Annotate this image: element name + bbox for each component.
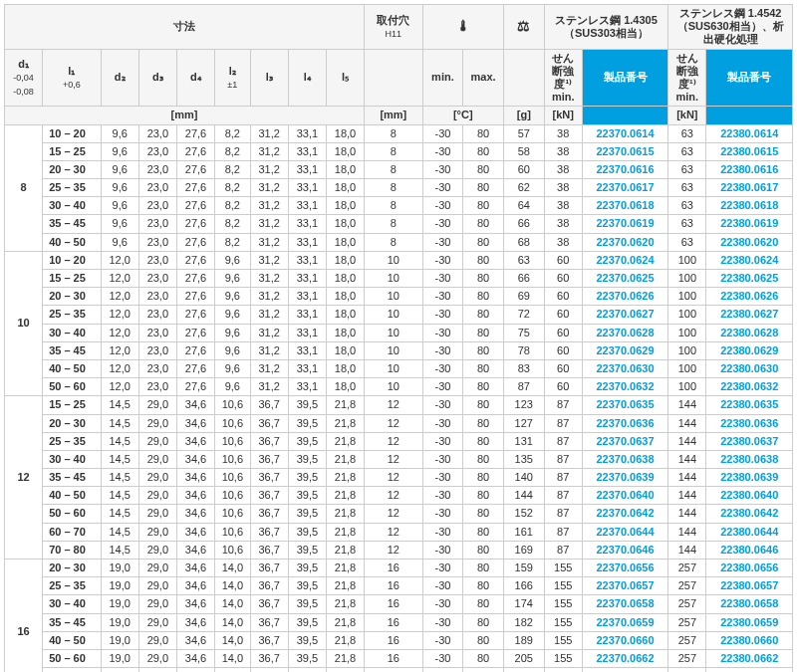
cell-tmax: 80 (463, 505, 504, 523)
cell-p1[interactable]: 22370.0657 (582, 577, 667, 595)
cell-s2: 63 (668, 197, 706, 215)
cell-p1[interactable]: 22370.0619 (582, 215, 667, 233)
cell-l3: 31,2 (250, 233, 288, 251)
cell-d3: 29,0 (138, 523, 176, 541)
col-mm-placeholder (365, 49, 422, 107)
cell-s2: 257 (668, 560, 706, 577)
cell-p1[interactable]: 22370.0626 (582, 288, 667, 306)
cell-d4: 34,6 (176, 631, 214, 649)
cell-p1[interactable]: 22370.0617 (582, 179, 667, 197)
cell-p1[interactable]: 22370.0639 (582, 469, 667, 487)
cell-g: 174 (503, 595, 544, 613)
cell-p2[interactable]: 22380.0662 (706, 649, 793, 667)
cell-p2[interactable]: 22380.0614 (706, 124, 793, 142)
cell-p1[interactable]: 22370.0644 (582, 523, 667, 541)
cell-p2[interactable]: 22380.0644 (706, 523, 793, 541)
cell-p2[interactable]: 22380.0636 (706, 414, 793, 432)
cell-l2: 9,6 (215, 306, 251, 324)
cell-p2[interactable]: 22380.0627 (706, 306, 793, 324)
cell-p1[interactable]: 22370.0662 (582, 649, 667, 667)
cell-p1[interactable]: 22370.0656 (582, 560, 667, 577)
cell-s2: 144 (668, 450, 706, 468)
cell-p2[interactable]: 22380.0618 (706, 197, 793, 215)
cell-p1[interactable]: 22370.0642 (582, 505, 667, 523)
cell-p1[interactable]: 22370.0664 (582, 668, 667, 672)
cell-p1[interactable]: 22370.0625 (582, 270, 667, 288)
cell-p1[interactable]: 22370.0615 (582, 142, 667, 160)
cell-d4: 27,6 (176, 215, 214, 233)
cell-p2[interactable]: 22380.0659 (706, 613, 793, 631)
cell-p2[interactable]: 22380.0626 (706, 288, 793, 306)
cell-p1[interactable]: 22370.0640 (582, 487, 667, 505)
cell-p1[interactable]: 22370.0659 (582, 613, 667, 631)
cell-l1: 40 – 50 (43, 487, 101, 505)
cell-p2[interactable]: 22380.0619 (706, 215, 793, 233)
cell-s1: 87 (544, 505, 582, 523)
cell-p1[interactable]: 22370.0638 (582, 450, 667, 468)
cell-p1[interactable]: 22370.0637 (582, 432, 667, 450)
cell-p2[interactable]: 22380.0615 (706, 142, 793, 160)
cell-l4: 33,1 (288, 142, 326, 160)
cell-p2[interactable]: 22380.0616 (706, 160, 793, 178)
cell-l3: 31,2 (250, 359, 288, 377)
cell-p1[interactable]: 22370.0635 (582, 396, 667, 414)
cell-p2[interactable]: 22380.0660 (706, 631, 793, 649)
cell-d3: 29,0 (138, 649, 176, 667)
cell-p1[interactable]: 22370.0636 (582, 414, 667, 432)
cell-p2[interactable]: 22380.0642 (706, 505, 793, 523)
cell-p1[interactable]: 22370.0632 (582, 378, 667, 396)
cell-d2: 14,5 (101, 396, 138, 414)
cell-l3: 36,7 (250, 541, 288, 559)
cell-l4: 39,5 (288, 577, 326, 595)
cell-l3: 31,2 (250, 142, 288, 160)
cell-p1[interactable]: 22370.0627 (582, 306, 667, 324)
cell-tmax: 80 (463, 649, 504, 667)
cell-p2[interactable]: 22380.0630 (706, 359, 793, 377)
cell-mh: 8 (365, 233, 422, 251)
cell-p2[interactable]: 22380.0628 (706, 324, 793, 341)
cell-p2[interactable]: 22380.0632 (706, 378, 793, 396)
cell-s1: 87 (544, 432, 582, 450)
table-row: 1215 – 2514,529,034,610,636,739,521,812-… (5, 396, 793, 414)
cell-p2[interactable]: 22380.0664 (706, 668, 793, 672)
table-row: 35 – 4519,029,034,614,036,739,521,816-30… (5, 613, 793, 631)
cell-p2[interactable]: 22380.0639 (706, 469, 793, 487)
cell-p2[interactable]: 22380.0658 (706, 595, 793, 613)
table-row: 40 – 5014,529,034,610,636,739,521,812-30… (5, 487, 793, 505)
cell-p1[interactable]: 22370.0646 (582, 541, 667, 559)
cell-l3: 36,7 (250, 414, 288, 432)
cell-p1[interactable]: 22370.0618 (582, 197, 667, 215)
cell-p2[interactable]: 22380.0646 (706, 541, 793, 559)
cell-g: 135 (503, 450, 544, 468)
cell-p1[interactable]: 22370.0616 (582, 160, 667, 178)
cell-p2[interactable]: 22380.0656 (706, 560, 793, 577)
cell-p2[interactable]: 22380.0617 (706, 179, 793, 197)
cell-d3: 29,0 (138, 541, 176, 559)
cell-p1[interactable]: 22370.0630 (582, 359, 667, 377)
cell-l4: 39,5 (288, 523, 326, 541)
col-steel1: ステンレス鋼 1.4305 （SUS303相当） (544, 5, 668, 50)
cell-l5: 18,0 (326, 197, 364, 215)
cell-p1[interactable]: 22370.0660 (582, 631, 667, 649)
cell-tmin: -30 (422, 396, 463, 414)
cell-p1[interactable]: 22370.0628 (582, 324, 667, 341)
cell-l5: 18,0 (326, 142, 364, 160)
cell-p1[interactable]: 22370.0624 (582, 251, 667, 269)
cell-p2[interactable]: 22380.0657 (706, 577, 793, 595)
cell-p1[interactable]: 22370.0629 (582, 341, 667, 359)
cell-p2[interactable]: 22380.0629 (706, 341, 793, 359)
col-d2: d₂ (101, 49, 138, 107)
cell-d2: 9,6 (101, 160, 138, 178)
cell-p1[interactable]: 22370.0658 (582, 595, 667, 613)
cell-p2[interactable]: 22380.0637 (706, 432, 793, 450)
cell-p2[interactable]: 22380.0625 (706, 270, 793, 288)
cell-l3: 36,7 (250, 523, 288, 541)
cell-p2[interactable]: 22380.0624 (706, 251, 793, 269)
cell-p1[interactable]: 22370.0620 (582, 233, 667, 251)
cell-p2[interactable]: 22380.0620 (706, 233, 793, 251)
cell-p2[interactable]: 22380.0635 (706, 396, 793, 414)
cell-p1[interactable]: 22370.0614 (582, 124, 667, 142)
cell-d3: 29,0 (138, 450, 176, 468)
cell-p2[interactable]: 22380.0640 (706, 487, 793, 505)
cell-p2[interactable]: 22380.0638 (706, 450, 793, 468)
